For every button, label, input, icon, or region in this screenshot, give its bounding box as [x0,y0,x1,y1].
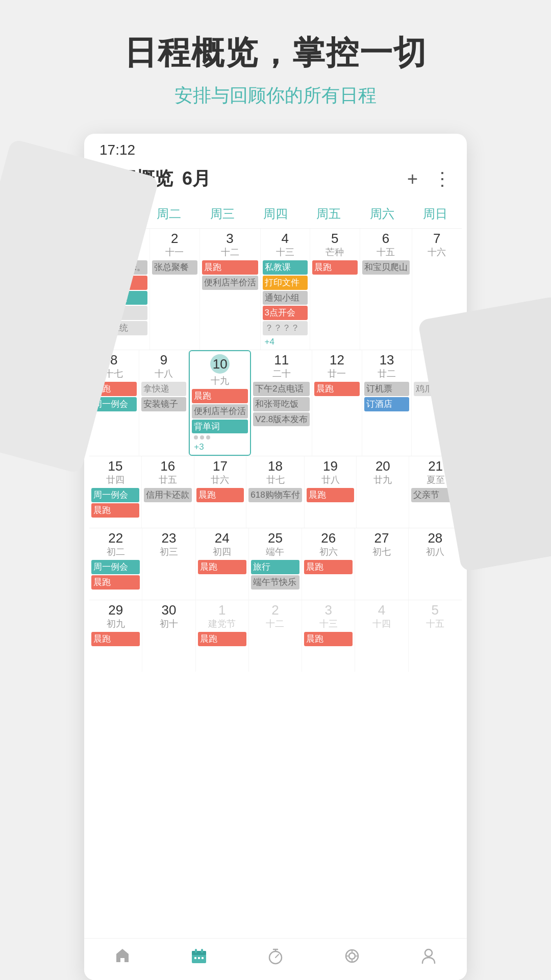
day-cell-3[interactable]: 3 十二 晨跑 便利店半价活 [200,229,261,350]
day-number: 27 [357,531,406,545]
day-cell-23[interactable]: 23 初三 [142,528,195,600]
profile-icon [419,947,438,970]
day-lunar: 十九 [192,375,248,387]
day-cell-22[interactable]: 22 初二 周一例会 晨跑 [89,528,142,600]
day-lunar: 十二 [202,246,258,258]
day-cell-24[interactable]: 24 初四 晨跑 [196,528,249,600]
day-lunar: 十二 [251,618,299,630]
dot [200,435,204,439]
nav-calendar[interactable] [190,947,208,970]
more-button[interactable]: ⋮ [433,168,452,190]
day-lunar: 廿一 [314,368,360,380]
nav-home[interactable] [113,947,132,970]
day-cell-next-1[interactable]: 1 建党节 晨跑 [196,600,249,672]
day-number: 13 [364,353,410,366]
day-lunar: 廿四 [91,474,139,486]
day-header-thu: 周四 [249,204,302,224]
day-lunar: 廿二 [364,368,410,380]
day-number: 28 [411,531,460,545]
day-cell-25[interactable]: 25 端午 旅行 端午节快乐 [249,528,302,600]
day-lunar: 廿六 [196,474,244,486]
week-row-3: 15 廿四 周一例会 晨跑 16 廿五 信用卡还款 17 廿六 晨跑 18 [89,456,462,528]
day-cell-next-3[interactable]: 3 十三 晨跑 [302,600,355,672]
day-lunar: 初七 [357,546,406,558]
day-cell-10-today[interactable]: 10 十九 晨跑 便利店半价活 背单词 +3 [189,350,251,456]
event-tag: 晨跑 [304,632,353,646]
day-lunar: 端午 [251,546,299,558]
day-cell-12[interactable]: 12 廿一 晨跑 [312,350,362,456]
timer-icon [266,947,285,970]
day-cell-26[interactable]: 26 初六 晨跑 [302,528,355,600]
day-cell-20[interactable]: 20 廿九 [357,456,409,528]
event-tag: 旅行 [251,560,299,574]
event-tag: 晨跑 [202,260,258,275]
week-row-1: 1 儿童节 儿童节快乐。 晨跑 周一例会 拿快递 更新系统 2 十一 张总聚餐 … [89,228,462,350]
day-number: 5 [312,232,358,245]
event-tag: ？？？？ [263,321,308,335]
svg-rect-3 [201,949,203,953]
day-number: 24 [198,531,246,545]
day-number: 11 [253,353,310,366]
day-number: 5 [411,603,460,617]
day-cell-6[interactable]: 6 十五 和宝贝爬山 [360,229,412,350]
event-tag: 信用卡还款 [144,488,192,502]
day-cell-next-5[interactable]: 5 十五 [409,600,462,672]
day-number: 25 [251,531,299,545]
day-cell-next-4[interactable]: 4 十四 [355,600,408,672]
day-number: 23 [144,531,193,545]
day-lunar: 十六 [414,246,460,258]
event-tag: 便利店半价活 [192,404,248,419]
event-tag: 拿快递 [141,382,187,396]
day-number: 30 [144,603,193,617]
nav-timer[interactable] [266,947,285,970]
day-lunar: 十一 [152,246,197,258]
day-cell-13[interactable]: 13 廿二 订机票 订酒店 [362,350,412,456]
dot [206,435,210,439]
day-lunar: 廿八 [307,474,355,486]
day-cell-27[interactable]: 27 初七 [355,528,408,600]
nav-profile[interactable] [419,947,438,970]
add-button[interactable]: + [407,168,418,190]
day-lunar: 十八 [141,368,187,380]
svg-point-12 [349,953,355,959]
event-tag: 便利店半价活 [202,276,258,290]
day-cell-5[interactable]: 5 芒种 晨跑 [310,229,360,350]
event-tag: 私教课 [263,260,308,275]
event-tag: 晨跑 [91,575,140,590]
page-subtitle: 安排与回顾你的所有日程 [124,83,427,108]
day-cell-11[interactable]: 11 二十 下午2点电话 和张哥吃饭 V2.8版本发布 [251,350,312,456]
day-cell-17[interactable]: 17 廿六 晨跑 [194,456,247,528]
day-lunar: 初四 [198,546,246,558]
nav-stats[interactable] [343,947,361,970]
day-number: 3 [202,232,258,245]
day-cell-2[interactable]: 2 十一 张总聚餐 [150,229,200,350]
page-title: 日程概览，掌控一切 [124,31,427,75]
day-header-sun: 周日 [409,204,462,224]
day-cell-18[interactable]: 18 廿七 618购物车付 [246,456,304,528]
day-lunar: 廿五 [144,474,192,486]
more-tag: +4 [263,336,308,348]
day-number: 15 [91,459,139,473]
day-cell-9[interactable]: 9 十八 拿快递 安装镜子 [139,350,189,456]
day-cell-28[interactable]: 28 初八 [409,528,462,600]
week-row-4: 22 初二 周一例会 晨跑 23 初三 24 初四 晨跑 25 端午 旅 [89,528,462,600]
home-icon [113,947,132,970]
day-cell-30[interactable]: 30 初十 [142,600,195,672]
event-tag: 打印文件 [263,276,308,290]
day-lunar: 十四 [357,618,406,630]
day-cell-4[interactable]: 4 十三 私教课 打印文件 通知小组 3点开会 ？？？？ +4 [261,229,311,350]
event-tag: 晨跑 [198,560,246,574]
day-cell-29[interactable]: 29 初九 晨跑 [89,600,142,672]
event-tag: 618购物车付 [248,488,302,502]
app-card: 17:12 日程概览 6月 + ⋮ 周一 周二 周三 周四 周五 周六 周日 [84,134,467,980]
day-cell-next-2[interactable]: 2 十二 [249,600,302,672]
day-lunar: 二十 [253,368,310,380]
event-tag: 晨跑 [192,389,248,403]
day-cell-16[interactable]: 16 廿五 信用卡还款 [142,456,194,528]
day-cell-15[interactable]: 15 廿四 周一例会 晨跑 [89,456,142,528]
day-header-wed: 周三 [196,204,249,224]
day-lunar: 初六 [304,546,353,558]
day-number: 29 [91,603,140,617]
day-number-today: 10 [210,354,230,374]
day-cell-19[interactable]: 19 廿八 晨跑 [305,456,357,528]
